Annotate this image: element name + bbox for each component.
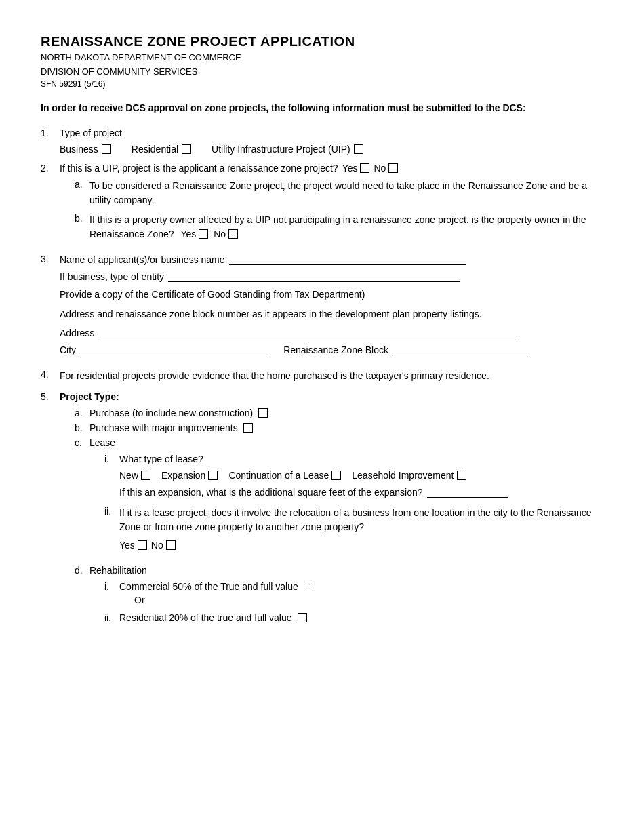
- section-5: 5. Project Type: a. Purchase (to include…: [41, 391, 603, 631]
- section-5di: i. Commercial 50% of the True and full v…: [104, 581, 603, 608]
- s2b-no-label: No: [214, 227, 226, 241]
- name-field-row: Name of applicant(s)/or business name: [60, 254, 603, 265]
- commercial-row: Commercial 50% of the True and full valu…: [119, 581, 603, 592]
- section-2b-content: If this is a property owner affected by …: [89, 213, 603, 241]
- business-label: Business: [60, 144, 98, 155]
- section-4-text: For residential projects provide evidenc…: [60, 369, 603, 383]
- section-5di-content: Commercial 50% of the True and full valu…: [119, 581, 603, 608]
- uip-option: Utility Infrastructure Project (UIP): [212, 144, 363, 155]
- commercial-checkbox[interactable]: [304, 582, 313, 591]
- section-5-num: 5.: [41, 391, 60, 402]
- expansion-checkbox[interactable]: [208, 471, 218, 480]
- cert-text: Provide a copy of the Certificate of Goo…: [60, 287, 603, 302]
- continuation-label: Continuation of a Lease: [228, 470, 329, 481]
- section-4-num: 4.: [41, 369, 60, 380]
- entity-input[interactable]: [168, 271, 460, 282]
- section-2-question: If this is a UIP, project is the applica…: [60, 163, 603, 174]
- section-2b: b. If this is a property owner affected …: [75, 213, 603, 241]
- s2-yes-group: Yes: [342, 163, 370, 174]
- section-5b-row: Purchase with major improvements: [89, 422, 603, 433]
- city-label: City: [60, 344, 76, 355]
- section-5a: a. Purchase (to include new construction…: [75, 408, 603, 418]
- section-3-num: 3.: [41, 254, 60, 264]
- s2-no-checkbox[interactable]: [388, 163, 398, 173]
- expansion-sqft-row: If this an expansion, what is the additi…: [119, 486, 603, 498]
- section-5d-letter: d.: [75, 565, 89, 576]
- dept-line2: DIVISION OF COMMUNITY SERVICES: [41, 65, 603, 79]
- section-5ci-question: What type of lease?: [119, 454, 603, 464]
- s2b-no-checkbox[interactable]: [228, 229, 238, 239]
- relocation-question: If it is a lease project, does it involv…: [119, 506, 603, 553]
- s2b-yes-checkbox[interactable]: [199, 229, 208, 239]
- section-5d-text: Rehabilitation: [89, 565, 603, 576]
- section-1-content: Type of project Business Residential Uti…: [60, 127, 603, 155]
- s2b-yes-group: Yes: [180, 227, 208, 241]
- section-5c-text: Lease: [89, 437, 603, 448]
- s5cii-no-label: No: [151, 538, 163, 553]
- name-input[interactable]: [229, 254, 466, 265]
- s5cii-no-checkbox[interactable]: [166, 540, 176, 550]
- name-label: Name of applicant(s)/or business name: [60, 254, 225, 265]
- section-1-label: Type of project: [60, 127, 603, 138]
- new-label: New: [119, 470, 138, 481]
- section-5ci-roman: i.: [104, 454, 119, 464]
- dept-line1: NORTH DAKOTA DEPARTMENT OF COMMERCE: [41, 51, 603, 65]
- section-5a-text: Purchase (to include new construction): [89, 408, 253, 418]
- s2-no-group: No: [374, 163, 398, 174]
- block-label: Renaissance Zone Block: [283, 344, 388, 355]
- block-group: Renaissance Zone Block: [283, 344, 528, 355]
- section-3: 3. Name of applicant(s)/or business name…: [41, 254, 603, 361]
- expansion-sqft-label: If this an expansion, what is the additi…: [119, 487, 423, 498]
- section-5b-checkbox[interactable]: [243, 423, 253, 433]
- section-2a-text: To be considered a Renaissance Zone proj…: [89, 179, 603, 207]
- s5cii-yes-group: Yes: [119, 538, 147, 553]
- s5cii-yes-checkbox[interactable]: [138, 540, 147, 550]
- address-row: Address: [60, 327, 603, 338]
- section-5b: b. Purchase with major improvements: [75, 422, 603, 433]
- expansion-sqft-input[interactable]: [427, 486, 508, 498]
- section-1-num: 1.: [41, 127, 60, 138]
- entity-label: If business, type of entity: [60, 271, 164, 282]
- residential-label: Residential: [132, 144, 178, 155]
- section-5b-text: Purchase with major improvements: [89, 422, 238, 433]
- section-5dii-text: Residential 20% of the true and full val…: [119, 612, 292, 623]
- section-2b-letter: b.: [75, 213, 89, 224]
- intro-text: In order to receive DCS approval on zone…: [41, 101, 603, 115]
- s2-yes-checkbox[interactable]: [360, 163, 369, 173]
- section-2b-text: If this is a property owner affected by …: [89, 213, 603, 241]
- leasehold-checkbox[interactable]: [457, 471, 466, 480]
- section-5cii-text: If it is a lease project, does it involv…: [119, 506, 603, 534]
- residential-checkbox[interactable]: [182, 144, 191, 154]
- entity-field-row: If business, type of entity: [60, 271, 603, 282]
- section-5-label: Project Type:: [60, 391, 603, 402]
- new-checkbox[interactable]: [141, 471, 150, 480]
- section-5c-content: Lease i. What type of lease? New Expansi…: [89, 437, 603, 557]
- continuation-checkbox[interactable]: [331, 471, 341, 480]
- form-title: RENAISSANCE ZONE PROJECT APPLICATION: [41, 34, 603, 49]
- uip-checkbox[interactable]: [354, 144, 363, 154]
- section-5dii-row: Residential 20% of the true and full val…: [119, 612, 603, 623]
- address-label: Address: [60, 327, 94, 338]
- residential-rehab-checkbox[interactable]: [298, 613, 307, 622]
- city-input[interactable]: [80, 344, 270, 355]
- section-5cii-roman: ii.: [104, 506, 119, 517]
- residential-option: Residential: [132, 144, 191, 155]
- section-5a-checkbox[interactable]: [258, 408, 268, 418]
- s2b-no-group: No: [214, 227, 238, 241]
- business-checkbox[interactable]: [102, 144, 111, 154]
- or-text: Or: [134, 595, 603, 605]
- uip-label: Utility Infrastructure Project (UIP): [212, 144, 350, 155]
- section-5c: c. Lease i. What type of lease? New Expa…: [75, 437, 603, 557]
- section-5ci-content: What type of lease? New Expansion Contin…: [119, 454, 603, 498]
- city-group: City: [60, 344, 270, 355]
- form-number: SFN 59291 (5/16): [41, 79, 603, 89]
- section-5c-letter: c.: [75, 437, 89, 448]
- address-input[interactable]: [98, 327, 519, 338]
- header: RENAISSANCE ZONE PROJECT APPLICATION NOR…: [41, 34, 603, 89]
- block-input[interactable]: [393, 344, 528, 355]
- intro-section: In order to receive DCS approval on zone…: [41, 101, 603, 115]
- s2b-yes-label: Yes: [180, 227, 196, 241]
- section-5cii-content: If it is a lease project, does it involv…: [119, 506, 603, 553]
- section-5b-letter: b.: [75, 422, 89, 433]
- section-3-content: Name of applicant(s)/or business name If…: [60, 254, 603, 361]
